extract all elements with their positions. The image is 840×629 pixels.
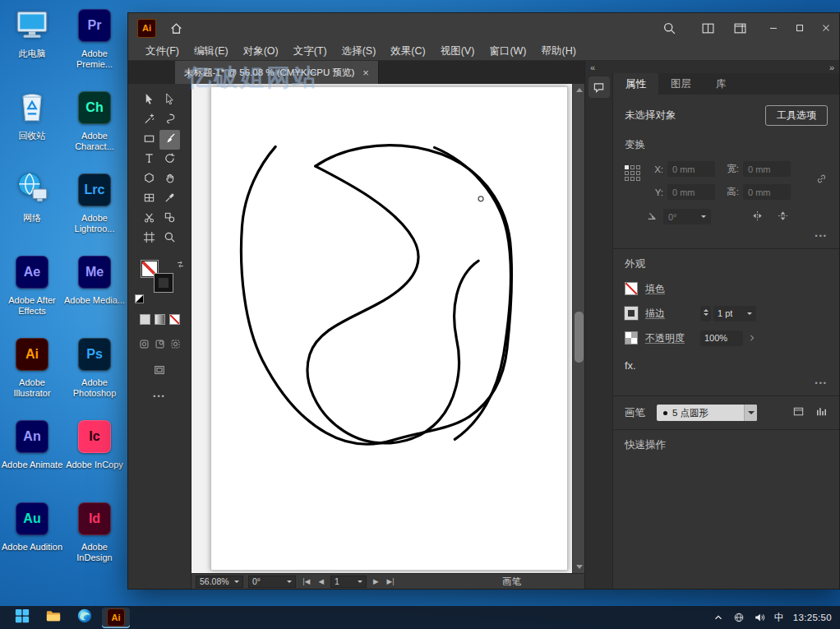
- file-explorer-button[interactable]: [39, 608, 67, 628]
- height-field[interactable]: 0 mm: [743, 184, 791, 200]
- appearance-more-options-icon[interactable]: •••: [625, 379, 828, 387]
- desktop-icon[interactable]: Ae Adobe After Effects: [0, 252, 64, 329]
- artboard-tool[interactable]: [139, 229, 159, 248]
- tool-options-button[interactable]: 工具选项: [765, 105, 828, 126]
- menu-item[interactable]: 文件(F): [138, 44, 187, 58]
- opacity-icon[interactable]: [625, 331, 638, 345]
- tab-properties[interactable]: 属性: [613, 73, 658, 95]
- rotate-tool[interactable]: [159, 150, 180, 169]
- x-field[interactable]: 0 mm: [667, 161, 715, 177]
- screen-mode-icon[interactable]: [154, 364, 165, 379]
- rectangle-tool[interactable]: [139, 130, 159, 150]
- fill-label[interactable]: 填色: [645, 282, 665, 296]
- document-tab[interactable]: 未标题-1* @ 56.08 % (CMYK/CPU 预览) ×: [175, 61, 379, 84]
- menu-item[interactable]: 视图(V): [433, 44, 482, 58]
- stroke-color-swatch[interactable]: [625, 307, 638, 320]
- edge-browser-button[interactable]: [71, 608, 99, 628]
- desktop-icon[interactable]: Me Adobe Media...: [62, 252, 127, 329]
- arrange-documents-icon[interactable]: [701, 21, 715, 35]
- stroke-label[interactable]: 描边: [645, 307, 665, 321]
- menu-item[interactable]: 对象(O): [236, 44, 286, 58]
- draw-inside-icon[interactable]: [170, 338, 181, 353]
- fill-color-swatch[interactable]: [625, 282, 638, 295]
- menu-item[interactable]: 窗口(W): [482, 44, 533, 58]
- menu-item[interactable]: 选择(S): [335, 44, 384, 58]
- y-field[interactable]: 0 mm: [667, 184, 715, 200]
- selection-tool[interactable]: [139, 90, 159, 110]
- desktop-icon[interactable]: Au Adobe Audition: [0, 498, 64, 576]
- desktop-icon[interactable]: Ps Adobe Photoshop: [62, 334, 127, 411]
- scroll-up-icon[interactable]: [576, 88, 583, 92]
- constrain-proportions-icon[interactable]: [815, 173, 828, 187]
- desktop-icon[interactable]: Ic Adobe InCopy: [62, 416, 127, 493]
- lasso-tool[interactable]: [159, 110, 180, 130]
- artboard-number-select[interactable]: 1: [330, 576, 367, 588]
- artboard[interactable]: [210, 86, 568, 571]
- stroke-weight-select[interactable]: 1 pt: [713, 306, 756, 321]
- clock[interactable]: 13:25:50: [793, 613, 832, 622]
- desktop-icon[interactable]: 此电脑: [0, 5, 64, 82]
- gradient-mode-button[interactable]: [155, 314, 165, 325]
- width-field[interactable]: 0 mm: [743, 161, 791, 177]
- collapse-panels-right-icon[interactable]: »: [829, 62, 834, 72]
- shape-tool[interactable]: [139, 169, 159, 189]
- comments-panel-icon[interactable]: [588, 76, 610, 98]
- stroke-weight-stepper[interactable]: [700, 306, 711, 321]
- draw-behind-icon[interactable]: [155, 338, 165, 353]
- stroke-swatch[interactable]: [155, 274, 173, 292]
- flip-vertical-icon[interactable]: [777, 210, 789, 224]
- edit-toolbar-icon[interactable]: •••: [153, 392, 165, 400]
- canvas[interactable]: [192, 84, 584, 573]
- desktop-icon[interactable]: An Adobe Animate: [0, 416, 64, 493]
- search-icon[interactable]: [662, 21, 676, 35]
- menu-item[interactable]: 效果(C): [383, 44, 432, 58]
- scissors-tool[interactable]: [139, 209, 159, 229]
- opacity-field[interactable]: 100%: [700, 331, 743, 346]
- reference-point-selector[interactable]: [625, 165, 642, 183]
- desktop-icon[interactable]: Ai Adobe Illustrator: [0, 334, 64, 411]
- opacity-expand-icon[interactable]: [745, 331, 759, 346]
- desktop-icon[interactable]: 回收站: [0, 87, 64, 164]
- flip-horizontal-icon[interactable]: [751, 210, 764, 224]
- tab-close-icon[interactable]: ×: [362, 67, 369, 78]
- magic-wand-tool[interactable]: [139, 110, 159, 130]
- opacity-label[interactable]: 不透明度: [645, 331, 685, 345]
- start-button[interactable]: [8, 608, 36, 628]
- hand-tool[interactable]: [159, 169, 180, 189]
- brush-select-caret[interactable]: [744, 405, 757, 421]
- desktop-icon[interactable]: Id Adobe InDesign: [62, 498, 127, 576]
- brush-libraries-icon[interactable]: [815, 405, 828, 420]
- close-button[interactable]: [813, 13, 839, 43]
- desktop-icon[interactable]: 网络: [0, 169, 64, 247]
- color-mode-button[interactable]: [140, 314, 150, 325]
- brush-options-icon[interactable]: [792, 405, 805, 420]
- menu-item[interactable]: 文字(T): [286, 44, 335, 58]
- rotation-select[interactable]: 0°: [248, 576, 296, 588]
- ime-indicator[interactable]: 中: [774, 611, 784, 625]
- last-artboard-button[interactable]: ▶|: [385, 577, 396, 585]
- type-tool[interactable]: [139, 150, 159, 169]
- collapse-panels-left-icon[interactable]: «: [590, 62, 595, 72]
- transform-more-options-icon[interactable]: •••: [625, 232, 828, 240]
- desktop-icon[interactable]: Ch Adobe Charact...: [62, 87, 127, 164]
- maximize-button[interactable]: [787, 13, 813, 43]
- first-artboard-button[interactable]: |◀: [301, 577, 312, 585]
- paintbrush-tool[interactable]: [159, 130, 180, 150]
- scrollbar-thumb[interactable]: [575, 312, 584, 363]
- direct-selection-tool[interactable]: [159, 90, 180, 110]
- home-icon[interactable]: [169, 21, 183, 35]
- illustrator-taskbar-button[interactable]: Ai: [102, 608, 130, 628]
- brush-select[interactable]: 5 点圆形: [657, 405, 757, 421]
- tray-overflow-icon[interactable]: [713, 612, 724, 623]
- draw-normal-icon[interactable]: [139, 338, 150, 353]
- next-artboard-button[interactable]: ▶: [372, 577, 381, 585]
- network-tray-icon[interactable]: [733, 612, 745, 623]
- mesh-tool[interactable]: [139, 189, 159, 209]
- zoom-level-select[interactable]: 56.08%: [196, 576, 243, 588]
- zoom-tool[interactable]: [159, 229, 180, 248]
- tab-layers[interactable]: 图层: [658, 73, 704, 95]
- menu-item[interactable]: 帮助(H): [534, 44, 584, 58]
- tab-libraries[interactable]: 库: [704, 73, 739, 95]
- scroll-down-icon[interactable]: [576, 565, 583, 569]
- minimize-button[interactable]: [760, 13, 787, 43]
